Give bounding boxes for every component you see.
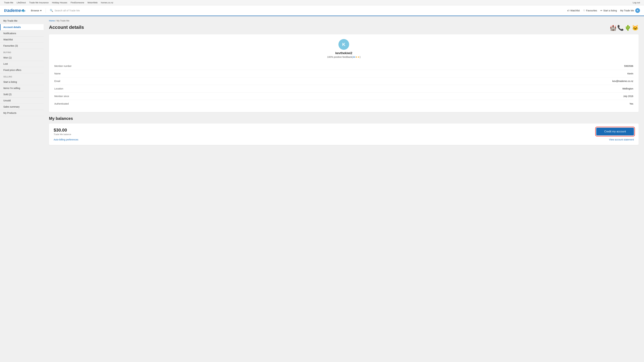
profile-username: kevthekiwi2	[54, 51, 633, 55]
logo-fish-icon: 🐟	[21, 8, 26, 13]
topnav-holiday-houses[interactable]: Holiday Houses	[52, 1, 67, 4]
table-row: Authenticated Yes	[54, 100, 633, 108]
field-label-member-number: Member number	[54, 62, 316, 70]
sidebar-item-my-products[interactable]: My Products	[0, 110, 44, 116]
field-value-authenticated: Yes	[316, 100, 633, 108]
browse-button[interactable]: Browse ▾	[31, 9, 42, 12]
field-label-name: Name	[54, 70, 316, 77]
castle-icon: 🏰	[610, 25, 616, 31]
topnav-insurance[interactable]: Trade Me Insurance	[29, 1, 49, 4]
field-value-member-since: July 2016	[316, 92, 633, 100]
watchlist-link[interactable]: 🏷 Watchlist	[567, 9, 580, 12]
field-label-location: Location	[54, 85, 316, 92]
balance-label: Trade Me balance	[54, 133, 71, 136]
balance-links: Auto-billing preferences View account st…	[54, 138, 634, 141]
balance-info: $30.00 Trade Me balance	[54, 128, 71, 136]
sidebar-item-watchlist[interactable]: Watchlist	[0, 36, 44, 43]
profile-section: K kevthekiwi2 100% positive feedback(44★…	[54, 39, 633, 58]
field-value-member-number: 5993596	[316, 62, 633, 70]
table-row: Member number 5993596	[54, 62, 633, 70]
page-layout: My Trade Me Account details Notification…	[0, 16, 644, 362]
sidebar-item-unsold[interactable]: Unsold	[0, 97, 44, 104]
topnav-trade-me[interactable]: Trade Me	[4, 1, 13, 4]
logout-link[interactable]: Log out	[633, 1, 640, 4]
sidebar-item-notifications[interactable]: Notifications	[0, 30, 44, 36]
sidebar: My Trade Me Account details Notification…	[0, 16, 44, 362]
breadcrumb-current: My Trade Me	[57, 19, 70, 22]
favourites-link[interactable]: ♡ Favourites	[583, 9, 597, 12]
topnav-motorweb[interactable]: MotorWeb	[88, 1, 98, 4]
view-statement-link[interactable]: View account statement	[609, 138, 634, 141]
sidebar-item-lost[interactable]: Lost	[0, 61, 44, 67]
nav-right: 🏷 Watchlist ♡ Favourites ✏ Start a listi…	[567, 8, 640, 13]
start-listing-link[interactable]: ✏ Start a listing	[600, 9, 617, 12]
table-row: Email kev@trademe.co.nz	[54, 77, 633, 85]
main-content: Home / My Trade Me Account details 🏰 📞 🌵…	[44, 16, 644, 362]
breadcrumb-home[interactable]: Home	[49, 19, 55, 22]
balance-row: $30.00 Trade Me balance Credit my accoun…	[54, 128, 634, 136]
phone-icon: 📞	[617, 25, 624, 31]
cactus-icon: 🌵	[624, 25, 631, 31]
page-title-row: Account details 🏰 📞 🌵 🐱	[49, 25, 639, 31]
topnav-homes[interactable]: homes.co.nz	[101, 1, 113, 4]
watchlist-icon: 🏷	[567, 9, 570, 12]
table-row: Name Kevin	[54, 70, 633, 77]
feedback-count-link[interactable]: 44	[353, 56, 355, 58]
sidebar-item-account-details[interactable]: Account details	[0, 24, 44, 30]
sidebar-item-favourites[interactable]: Favourites (3)	[0, 43, 44, 49]
credit-account-button[interactable]: Credit my account	[596, 128, 634, 135]
field-label-member-since: Member since	[54, 92, 316, 100]
page-title: Account details	[49, 25, 84, 30]
nav-divider	[46, 8, 46, 13]
search-bar[interactable]: 🔍 Search all of Trade Me	[50, 9, 134, 12]
topnav-lifedirect[interactable]: LifeDirect	[16, 1, 26, 4]
heart-icon: ♡	[583, 9, 585, 12]
sidebar-item-sold[interactable]: Sold (2)	[0, 91, 44, 97]
table-row: Member since July 2016	[54, 92, 633, 100]
breadcrumb: Home / My Trade Me	[49, 19, 639, 22]
field-value-location: Wellington	[316, 85, 633, 92]
sidebar-item-items-selling[interactable]: Items I'm selling	[0, 85, 44, 91]
balances-title: My balances	[49, 116, 639, 121]
breadcrumb-separator: /	[55, 19, 56, 22]
sidebar-item-fixed-price[interactable]: Fixed price offers	[0, 67, 44, 73]
field-value-name: Kevin	[316, 70, 633, 77]
top-nav: Trade Me LifeDirect Trade Me Insurance H…	[0, 0, 644, 5]
cat-icon: 🐱	[632, 25, 639, 31]
selling-section-label: Selling	[0, 73, 44, 79]
sidebar-title: My Trade Me	[0, 19, 44, 24]
decorative-icons: 🏰 📞 🌵 🐱	[610, 25, 639, 31]
table-row: Location Wellington	[54, 85, 633, 92]
my-trade-me-menu[interactable]: My Trade Me K	[620, 8, 640, 13]
logo[interactable]: trademe 🐟	[4, 8, 26, 13]
feedback-stars: ★★	[355, 56, 360, 58]
balances-card: $30.00 Trade Me balance Credit my accoun…	[49, 123, 639, 145]
field-label-email: Email	[54, 77, 316, 85]
topnav-findsomeone[interactable]: FindSomeone	[70, 1, 84, 4]
sidebar-item-won[interactable]: Won (1)	[0, 55, 44, 61]
search-icon: 🔍	[50, 9, 53, 12]
balance-amount: $30.00	[54, 128, 71, 133]
logo-text: trademe	[4, 8, 21, 13]
sidebar-item-sales-summary[interactable]: Sales summary	[0, 104, 44, 110]
auto-billing-link[interactable]: Auto-billing preferences	[54, 138, 78, 141]
field-label-authenticated: Authenticated	[54, 100, 316, 108]
buying-section-label: Buying	[0, 49, 44, 55]
account-info-table: Member number 5993596 Name Kevin Email k…	[54, 62, 633, 107]
profile-avatar: K	[338, 39, 349, 50]
top-nav-links: Trade Me LifeDirect Trade Me Insurance H…	[4, 1, 113, 4]
pencil-icon: ✏	[600, 9, 602, 12]
avatar: K	[635, 8, 640, 13]
account-card: K kevthekiwi2 100% positive feedback(44★…	[49, 34, 639, 112]
sidebar-item-start-listing[interactable]: Start a listing	[0, 79, 44, 85]
field-value-email: kev@trademe.co.nz	[316, 77, 633, 85]
main-nav: trademe 🐟 Browse ▾ 🔍 Search all of Trade…	[0, 5, 644, 16]
profile-feedback: 100% positive feedback(44★★)	[54, 56, 633, 58]
chevron-down-icon: ▾	[40, 9, 42, 12]
